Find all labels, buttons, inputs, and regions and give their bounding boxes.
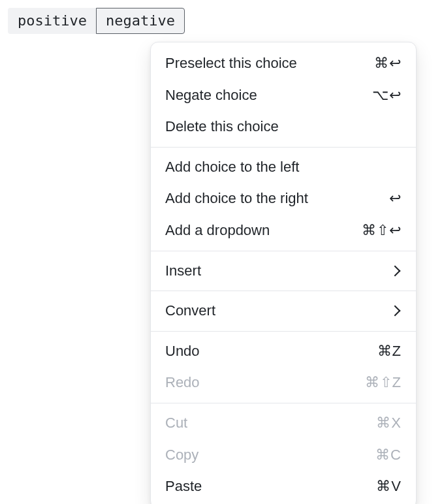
choice-chip-negative[interactable]: negative xyxy=(96,8,185,34)
menu-item-delete[interactable]: Delete this choice xyxy=(151,111,416,143)
menu-item-label: Add choice to the right xyxy=(165,189,389,208)
menu-item-label: Negate choice xyxy=(165,86,372,105)
menu-separator xyxy=(151,403,416,403)
menu-item-label: Copy xyxy=(165,446,375,465)
menu-item-shortcut: ⌘⇧↩ xyxy=(362,221,402,240)
menu-item-label: Insert xyxy=(165,262,391,281)
menu-item-negate[interactable]: Negate choice ⌥↩ xyxy=(151,80,416,112)
submenu-indicator xyxy=(391,307,402,315)
menu-item-add-left[interactable]: Add choice to the left xyxy=(151,151,416,183)
menu-item-shortcut: ⌘C xyxy=(375,446,402,465)
menu-item-shortcut: ↩ xyxy=(389,189,402,208)
choice-chip-group: positive negative xyxy=(0,0,444,34)
menu-item-label: Delete this choice xyxy=(165,118,402,136)
menu-item-label: Redo xyxy=(165,373,365,392)
menu-item-cut: Cut ⌘X xyxy=(151,407,416,439)
menu-item-convert[interactable]: Convert xyxy=(151,295,416,327)
chip-label: positive xyxy=(18,12,87,29)
menu-item-redo: Redo ⌘⇧Z xyxy=(151,367,416,399)
menu-item-label: Add choice to the left xyxy=(165,158,402,177)
menu-item-label: Undo xyxy=(165,342,377,361)
menu-separator xyxy=(151,147,416,148)
menu-item-label: Cut xyxy=(165,414,376,433)
menu-item-undo[interactable]: Undo ⌘Z xyxy=(151,336,416,368)
chip-label: negative xyxy=(106,12,175,29)
menu-item-shortcut: ⌘V xyxy=(376,477,402,496)
menu-item-copy: Copy ⌘C xyxy=(151,439,416,471)
menu-separator xyxy=(151,251,416,251)
menu-item-label: Paste xyxy=(165,477,376,496)
menu-item-shortcut: ⌘⇧Z xyxy=(365,373,402,392)
submenu-indicator xyxy=(391,267,402,275)
menu-item-label: Preselect this choice xyxy=(165,54,374,73)
menu-item-preselect[interactable]: Preselect this choice ⌘↩ xyxy=(151,48,416,80)
menu-separator xyxy=(151,291,416,291)
chevron-right-icon xyxy=(390,306,401,317)
context-menu: Preselect this choice ⌘↩ Negate choice ⌥… xyxy=(150,42,417,504)
menu-separator xyxy=(151,331,416,332)
menu-item-label: Convert xyxy=(165,302,391,321)
choice-chip-positive[interactable]: positive xyxy=(8,8,97,34)
menu-item-label: Add a dropdown xyxy=(165,221,362,240)
menu-item-shortcut: ⌥↩ xyxy=(372,86,402,105)
menu-item-insert[interactable]: Insert xyxy=(151,255,416,287)
menu-item-paste[interactable]: Paste ⌘V xyxy=(151,471,416,503)
chevron-right-icon xyxy=(390,265,401,276)
menu-item-shortcut: ⌘X xyxy=(376,414,402,433)
menu-item-shortcut: ⌘Z xyxy=(377,342,402,361)
menu-item-add-dropdown[interactable]: Add a dropdown ⌘⇧↩ xyxy=(151,215,416,247)
menu-item-shortcut: ⌘↩ xyxy=(374,54,402,73)
menu-item-add-right[interactable]: Add choice to the right ↩ xyxy=(151,183,416,215)
